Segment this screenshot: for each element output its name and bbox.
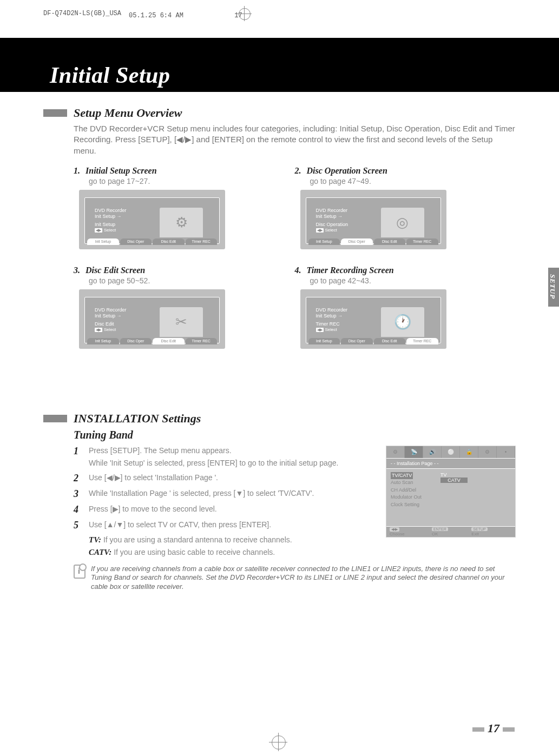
tv-label: TV: <box>89 535 101 544</box>
tv-tab: Disc Edit <box>153 238 185 245</box>
note-row: If you are receiving channels from a cab… <box>74 565 516 592</box>
step-num: 5 <box>74 520 81 531</box>
print-header: DF-Q74D2N-LS(GB)_USA 05.1.25 6:4 AM 17 <box>43 10 516 26</box>
step-text: Press [SETUP]. The Setup menu appears. W… <box>89 446 338 468</box>
note-text: If you are receiving channels from a cab… <box>91 565 516 592</box>
screen-title: Initial Setup Screen <box>86 166 157 176</box>
tv-line: Disc Operation <box>316 222 348 227</box>
panel-tab-icon: 📡 <box>405 446 423 458</box>
settings-icon: ⚙ <box>160 208 203 237</box>
tv-tab: Timer REC <box>186 238 218 245</box>
install-panel-screenshot: ⚙ 📡 🔊 ⚪ 🔒 ⚙ • - - Installation Page - - … <box>386 446 516 538</box>
screen-title: Disc Operation Screen <box>307 166 387 176</box>
arrows-icon: ◀•▶ <box>390 527 399 532</box>
tv-tab: Disc Oper <box>120 338 152 344</box>
panel-opt: TV <box>440 472 447 478</box>
tv-tab: Init Setup <box>308 238 340 245</box>
tv-line: DVD Recorder <box>95 208 127 213</box>
registration-mark-icon <box>238 8 250 19</box>
section-bar: Setup Menu Overview <box>43 108 516 118</box>
overview-heading: Setup Menu Overview <box>74 106 182 120</box>
screen-title: Timer Recording Screen <box>307 266 394 275</box>
tv-line: DVD Recorder <box>316 208 348 213</box>
step-num: 2 <box>74 473 81 484</box>
tv-screenshot: DVD Recorder Init Setup → Disc Operation… <box>300 190 446 249</box>
screen-sub: go to page 17~27. <box>89 177 295 185</box>
disc-icon: ◎ <box>381 208 424 237</box>
panel-tab-icon: ⚪ <box>442 446 460 458</box>
print-ts: 05.1.25 6:4 AM <box>129 12 183 19</box>
panel-tab-icon: ⚙ <box>478 446 497 458</box>
overview-intro: The DVD Recorder+VCR Setup menu includes… <box>74 123 516 156</box>
screen-num: 3. <box>74 266 80 275</box>
tv-screenshot: DVD Recorder Init Setup → Disc Edit ◀▶Se… <box>79 289 225 349</box>
setup-icon: SETUP <box>471 527 487 531</box>
page-bar-icon <box>472 727 484 732</box>
tv-line: Init Setup → <box>95 313 122 319</box>
panel-options: TV CATV <box>440 472 468 483</box>
tv-tab: Disc Oper <box>341 338 373 344</box>
screens-grid: 1. Initial Setup Screen go to page 17~27… <box>74 166 516 365</box>
tv-tab: Disc Oper <box>341 238 373 245</box>
panel-tab-icon: 🔒 <box>460 446 478 458</box>
screen-sub: go to page 50~52. <box>89 276 295 285</box>
tv-screenshot: DVD Recorder Init Setup → Timer REC ◀▶Se… <box>300 289 446 349</box>
tv-line: Disc Edit <box>95 321 114 327</box>
tv-select: ◀▶Select <box>316 327 337 332</box>
tv-tab: Disc Edit <box>374 338 406 344</box>
tv-tab: Init Setup <box>87 238 119 245</box>
panel-footer: ◀•▶Choose ENTEROK SETUPExit <box>386 526 515 537</box>
screen-sub: go to page 42~43. <box>310 276 516 285</box>
install-subheading: Tuning Band <box>74 429 516 441</box>
tv-tab: Init Setup <box>308 338 340 344</box>
registration-mark-icon <box>271 734 286 750</box>
screen-sub: go to page 47~49. <box>310 177 516 185</box>
section-marker-icon <box>43 109 67 117</box>
page-title: Initial Setup <box>50 62 170 88</box>
panel-item: TV/CATV <box>391 472 413 480</box>
catv-desc-row: CATV: If you are using basic cable to re… <box>89 548 516 557</box>
install-heading: INSTALLATION Settings <box>74 412 201 426</box>
screen-num: 2. <box>295 166 301 176</box>
step-num: 3 <box>74 488 81 500</box>
tv-line: Init Setup → <box>316 214 343 219</box>
tv-tab: Init Setup <box>87 338 119 344</box>
tv-text: If you are using a standard antenna to r… <box>103 535 292 544</box>
tv-line: Timer REC <box>316 321 340 327</box>
step-text: Use [◀/▶] to select 'Installation Page '… <box>89 473 218 483</box>
section-marker-icon <box>43 415 67 422</box>
tv-line: DVD Recorder <box>95 307 127 313</box>
catv-text: If you are using basic cable to receive … <box>114 548 275 556</box>
page-number: 17 <box>472 721 515 735</box>
tv-line: Init Setup <box>95 222 115 227</box>
step-text: Press [▶] to move to the second level. <box>89 504 217 514</box>
screen-title: Disc Edit Screen <box>86 266 145 275</box>
panel-tab-icon: ⚙ <box>386 446 405 458</box>
catv-label: CATV: <box>89 548 111 556</box>
panel-opt-selected: CATV <box>440 478 468 483</box>
step-text: Use [▲/▼] to select TV or CATV, then pre… <box>89 520 271 530</box>
step-text: While 'Installation Page ' is selected, … <box>89 488 314 499</box>
page-bar-icon <box>503 727 515 732</box>
tv-select: ◀▶Select <box>95 327 116 332</box>
tv-screenshot: DVD Recorder Init Setup → Init Setup ◀▶S… <box>79 190 225 249</box>
panel-item: Auto Scan <box>391 480 413 485</box>
panel-tab-icon: 🔊 <box>423 446 442 458</box>
clock-icon: 🕐 <box>381 307 424 337</box>
step-num: 1 <box>74 446 81 457</box>
tv-line: Init Setup → <box>95 214 122 219</box>
panel-title: - - Installation Page - - <box>386 458 515 469</box>
tv-tab: Timer REC <box>406 338 438 344</box>
screen-num: 4. <box>295 266 301 275</box>
info-icon <box>74 565 86 579</box>
edit-icon: ✂ <box>160 307 203 337</box>
panel-item: CH Add/Del <box>391 487 416 493</box>
tv-tab: Disc Edit <box>374 238 406 245</box>
screen-cell: 3. Disc Edit Screen go to page 50~52. DV… <box>74 266 295 349</box>
tv-tab: Timer REC <box>406 238 438 245</box>
tv-line: Init Setup → <box>316 313 343 319</box>
panel-item: Modulator Out <box>391 494 422 500</box>
tv-select: ◀▶Select <box>95 228 116 233</box>
print-file: DF-Q74D2N-LS(GB)_USA <box>43 10 121 17</box>
enter-icon: ENTER <box>432 527 448 531</box>
